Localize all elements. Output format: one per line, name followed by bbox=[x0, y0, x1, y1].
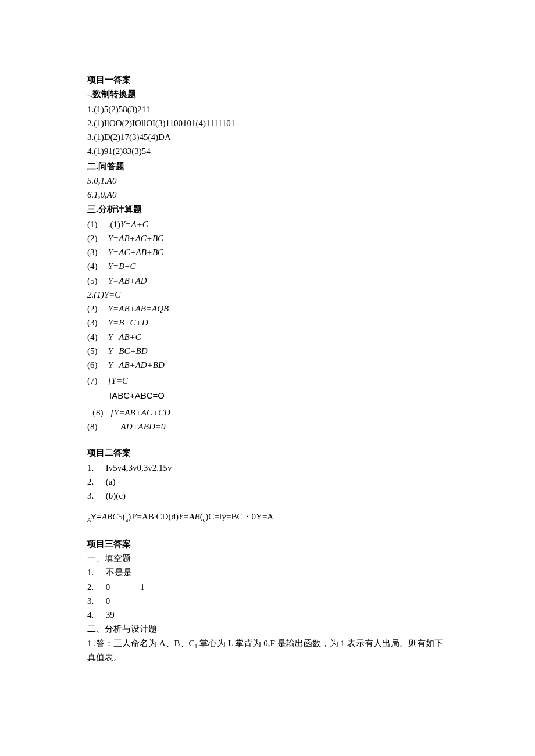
section3-part1-title: 一、填空题 bbox=[87, 552, 448, 565]
item-formula: Y=A+C bbox=[120, 220, 148, 229]
s3-fill-2: 2. 01 bbox=[87, 581, 448, 594]
s1p1-line-2: 2.(1)IlOO(2)IOllOI(3)1100101(4)1111101 bbox=[87, 117, 448, 130]
formula-part-g: )C=Iy=BC・0Y=A bbox=[205, 512, 273, 521]
s1p3-item8a: （8)[Y=AB+AC+CD bbox=[87, 406, 448, 420]
item-number: (5) bbox=[87, 274, 106, 288]
formula-part-c: 5( bbox=[118, 512, 126, 521]
formula-part-d: )J²=AB·CD(d) bbox=[128, 512, 179, 521]
fill-answer-a: 39 bbox=[106, 610, 115, 619]
s2-item-1: 1. Iv5v4,3v0,3v2.15v bbox=[87, 461, 448, 475]
item-number: (8) bbox=[87, 420, 106, 433]
item-number: (2) bbox=[87, 232, 106, 245]
fill-answer-b: 1 bbox=[140, 582, 145, 592]
item-formula: IABC+ABC=O bbox=[109, 390, 165, 400]
s2-item-3: 3. (b)(c) bbox=[87, 489, 448, 503]
s1p1-line-3: 3.(1)D(2)17(3)45(4)DA bbox=[87, 131, 448, 144]
item-number: (3) bbox=[87, 316, 106, 329]
fill-answer-a: 0 bbox=[106, 582, 110, 592]
item-formula: [Y=C bbox=[108, 376, 128, 385]
s3p2-q1: 1 .答：三人命名为 A、B、C1 掌心为 L 掌背为 0,F 是输出函数，为 … bbox=[87, 637, 448, 665]
item-number: (3) bbox=[87, 246, 106, 259]
item-formula: AD+ABD=0 bbox=[121, 422, 166, 431]
item-formula: Y=AB+AC+BC bbox=[108, 234, 163, 243]
s1p3-item7-a: (7) [Y=C bbox=[87, 374, 448, 388]
section1-part2-title: 二.问答题 bbox=[87, 160, 448, 173]
item-formula: [Y=AB+AC+CD bbox=[110, 408, 170, 417]
s1p3-g2-line-5: (5) Y=BC+BD bbox=[87, 345, 448, 358]
section3-title: 项目三答案 bbox=[87, 538, 448, 551]
q1-number: 1 bbox=[87, 639, 92, 648]
item-number: 2. bbox=[87, 475, 104, 489]
s3-fill-1: 1. 不是是 bbox=[87, 566, 448, 579]
s1p1-line-4: 4.(1)91(2)83(3)54 bbox=[87, 145, 448, 158]
item-formula: Y=B+C bbox=[108, 261, 136, 271]
formula-part-a: Y= bbox=[91, 511, 102, 521]
item-number: (7) bbox=[87, 374, 106, 388]
item-number: 3. bbox=[87, 594, 104, 608]
item-number: 2. bbox=[87, 581, 104, 594]
s1p2-line-2: 6.1,0,A0 bbox=[87, 188, 448, 202]
q1-text-a: .答：三人命名为 A、B、C bbox=[94, 639, 194, 648]
formula-part-e: Y=AB bbox=[179, 512, 200, 521]
item-formula: Y=AB+C bbox=[108, 332, 141, 342]
s3-fill-4: 4. 39 bbox=[87, 608, 448, 622]
s2-item-2: 2. (a) bbox=[87, 475, 448, 489]
item-formula: Y=AC+AB+BC bbox=[108, 248, 163, 257]
s1p3-g1-line-4: (4) Y=B+C bbox=[87, 260, 448, 273]
item-number: (1) bbox=[87, 218, 106, 231]
item-number: 4. bbox=[87, 608, 104, 622]
item-number: 1. bbox=[87, 566, 104, 579]
s1p2-line-1: 5.0,1.A0 bbox=[87, 174, 448, 188]
s3-fill-3: 3. 0 bbox=[87, 594, 448, 608]
section3-part2-title: 二、分析与设计题 bbox=[87, 622, 448, 636]
s1p3-g2-line-4: (4) Y=AB+C bbox=[87, 331, 448, 344]
s1p3-item7-b: IABC+ABC=O bbox=[87, 389, 448, 403]
s1p3-g1-line-1: (1) .(1)Y=A+C bbox=[87, 218, 448, 231]
s1p3-g2-first: 2.(1)Y=C bbox=[87, 288, 448, 302]
item-value: Iv5v4,3v0,3v2.15v bbox=[106, 463, 172, 472]
item-formula: Y=AB+AD bbox=[108, 276, 147, 285]
item-formula: Y=BC+BD bbox=[108, 346, 148, 356]
item-formula: Y=AB+AD+BD bbox=[108, 360, 165, 370]
s1p1-line-1: 1.(1)5(2)58(3)211 bbox=[87, 103, 448, 116]
item-number: (4) bbox=[87, 331, 106, 344]
item-formula: Y=AB+AB=AQB bbox=[108, 304, 169, 313]
item-value: (a) bbox=[106, 477, 116, 486]
item-number: （8) bbox=[87, 406, 110, 420]
s1p3-g1-line-5: (5) Y=AB+AD bbox=[87, 274, 448, 288]
s2-formula-line: AY=ABC5(a)J²=AB·CD(d)Y=AB(c)C=Iy=BC・0Y=A bbox=[87, 510, 448, 525]
s1p3-g2-line-2: (2) Y=AB+AB=AQB bbox=[87, 302, 448, 316]
s1p3-item8b: (8) AD+ABD=0 bbox=[87, 420, 448, 433]
item-number: (2) bbox=[87, 302, 106, 316]
item-formula: Y=B+C+D bbox=[108, 318, 148, 327]
fill-answer-b: 是 bbox=[123, 568, 132, 577]
item-number: (4) bbox=[87, 260, 106, 273]
item-number: (6) bbox=[87, 359, 106, 372]
item-number: 3. bbox=[87, 489, 104, 503]
s1p3-g1-line-3: (3) Y=AC+AB+BC bbox=[87, 246, 448, 259]
section2-title: 项目二答案 bbox=[87, 446, 448, 460]
section1-part1-title: -.数制转换题 bbox=[87, 88, 448, 101]
item-number: 1. bbox=[87, 461, 104, 475]
s1p3-g2-line-6: (6) Y=AB+AD+BD bbox=[87, 359, 448, 372]
item-value: (b)(c) bbox=[106, 491, 126, 500]
s1p3-g2-line-3: (3) Y=B+C+D bbox=[87, 316, 448, 329]
section1-title: 项目一答案 bbox=[87, 73, 448, 87]
formula-part-b: ABC bbox=[102, 512, 118, 521]
s1p3-g1-line-2: (2) Y=AB+AC+BC bbox=[87, 232, 448, 245]
item-number: (5) bbox=[87, 345, 106, 358]
fill-answer-a: 不是 bbox=[106, 568, 123, 577]
document-page: 项目一答案 -.数制转换题 1.(1)5(2)58(3)211 2.(1)IlO… bbox=[0, 0, 535, 711]
item-prefix: .(1) bbox=[108, 220, 120, 229]
fill-answer-a: 0 bbox=[106, 596, 110, 605]
section1-part3-title: 三.分析计算题 bbox=[87, 203, 448, 216]
